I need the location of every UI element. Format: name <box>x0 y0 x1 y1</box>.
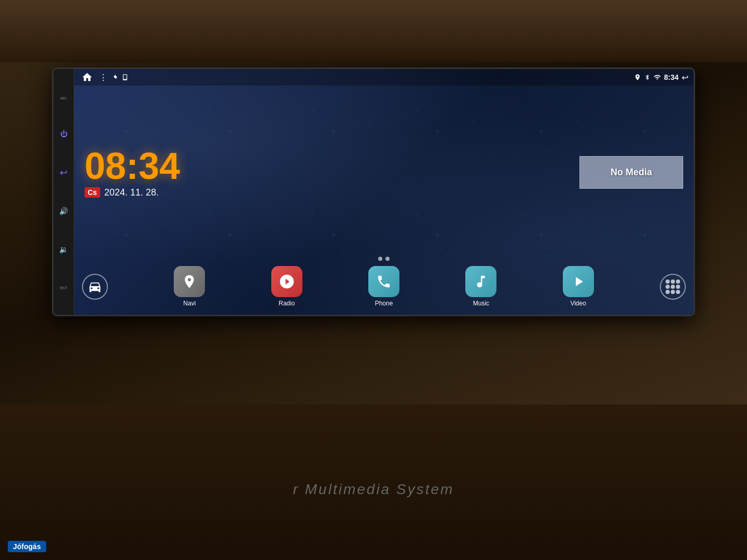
grid-dot-6 <box>676 285 680 289</box>
volume-up-button[interactable]: 🔊 <box>58 205 70 217</box>
shelf-top <box>0 0 747 62</box>
volume-down-button[interactable]: 🔉 <box>58 243 70 256</box>
top-section: 08:34 Cs 2024. 11. 28. No Media <box>74 86 694 254</box>
svg-rect-1 <box>123 75 127 79</box>
grid-dot-4 <box>666 285 670 289</box>
status-bar: ⋮ <box>74 69 694 86</box>
menu-button[interactable]: ⋮ <box>99 73 108 82</box>
grid-dot-9 <box>676 290 680 294</box>
rst-label: RST <box>60 286 67 290</box>
home-button[interactable] <box>79 70 95 85</box>
phone-icon <box>368 266 399 297</box>
watermark: Jófogás <box>8 541 46 552</box>
location-status-icon <box>634 74 641 81</box>
navi-label: Navi <box>183 300 196 307</box>
main-content: 08:34 Cs 2024. 11. 28. No Media <box>74 86 694 315</box>
day-badge: Cs <box>85 187 100 198</box>
clock-display: 08:34 <box>85 147 579 185</box>
wifi-icon <box>654 74 661 81</box>
bluetooth-icon <box>644 74 651 80</box>
page-dot-2[interactable] <box>385 257 390 261</box>
radio-icon <box>271 266 302 297</box>
no-media-label: No Media <box>611 167 652 178</box>
grid-dot-5 <box>671 285 675 289</box>
power-button[interactable]: ⏻ <box>58 128 70 140</box>
music-label: Music <box>473 300 489 307</box>
date-text: 2024. 11. 28. <box>104 187 159 198</box>
phone-status-icon <box>121 74 129 81</box>
car-button[interactable] <box>82 274 108 300</box>
music-app[interactable]: Music <box>465 266 496 307</box>
grid-dot-2 <box>671 279 675 284</box>
status-right: 8:34 ↩ <box>634 73 688 82</box>
clock-section: 08:34 Cs 2024. 11. 28. <box>85 147 579 198</box>
status-time: 8:34 <box>664 73 679 81</box>
video-label: Video <box>570 300 586 307</box>
screen: ⋮ <box>74 69 694 315</box>
status-left: ⋮ <box>79 70 129 85</box>
page-dots <box>74 254 694 263</box>
status-icons <box>112 74 129 81</box>
phone-app[interactable]: Phone <box>368 266 399 307</box>
apps-grid-button[interactable] <box>660 274 686 300</box>
radio-app[interactable]: Radio <box>271 266 302 307</box>
navi-app[interactable]: Navi <box>174 266 205 307</box>
navi-icon <box>174 266 205 297</box>
side-buttons-panel: MiC ⏻ ↩ 🔊 🔉 RST <box>53 69 74 315</box>
no-media-box[interactable]: No Media <box>579 156 683 189</box>
status-back-button[interactable]: ↩ <box>682 73 688 82</box>
video-icon <box>563 266 594 297</box>
grid-dots <box>666 279 680 294</box>
bluetooth-status-icon <box>112 74 119 81</box>
grid-dot-3 <box>676 279 680 284</box>
page-dot-1[interactable] <box>378 257 382 261</box>
video-app[interactable]: Video <box>563 266 594 307</box>
radio-label: Radio <box>279 300 295 307</box>
grid-dot-8 <box>671 290 675 294</box>
date-row: Cs 2024. 11. 28. <box>85 187 579 198</box>
back-side-button[interactable]: ↩ <box>58 166 70 179</box>
phone-label: Phone <box>375 300 393 307</box>
apps-row: Navi Radio <box>74 263 694 315</box>
device-frame: MiC ⏻ ↩ 🔊 🔉 RST <box>52 67 695 316</box>
mic-label: MiC <box>60 96 66 100</box>
box-label: r Multimedia System <box>293 481 454 497</box>
grid-dot-1 <box>666 279 670 284</box>
grid-dot-7 <box>666 290 670 294</box>
music-icon <box>465 266 496 297</box>
box-bottom-area: r Multimedia System <box>0 481 747 498</box>
